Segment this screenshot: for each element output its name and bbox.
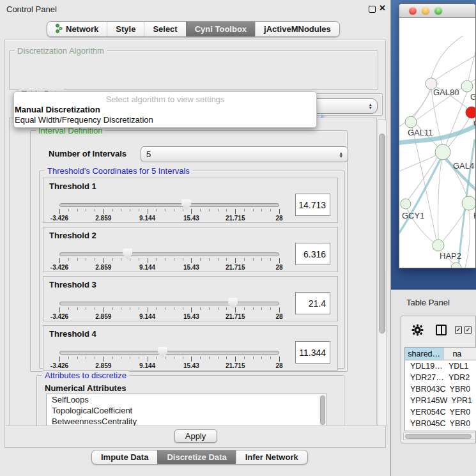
tab-infer-network[interactable]: Infer Network bbox=[236, 450, 307, 464]
table-cell[interactable]: YDL19… bbox=[405, 360, 445, 372]
network-node-gal3[interactable] bbox=[461, 81, 473, 92]
threshold-value-field[interactable]: 6.316 bbox=[295, 243, 330, 265]
gear-icon[interactable] bbox=[411, 324, 424, 339]
table-cell[interactable]: YBL0 bbox=[446, 429, 476, 431]
split-columns-icon[interactable] bbox=[436, 325, 447, 335]
threshold-row: Threshold 2 -3.4262.8599.14415.4321.7152… bbox=[43, 227, 338, 272]
threshold-value-field[interactable]: 14.713 bbox=[295, 194, 330, 216]
close-traffic-light-icon[interactable] bbox=[409, 7, 417, 15]
table-row[interactable]: YER054CYER0 bbox=[405, 406, 476, 418]
table-cell[interactable]: YER054C bbox=[405, 406, 446, 418]
zoom-traffic-light-icon[interactable] bbox=[434, 7, 442, 15]
table-cell[interactable]: YDR2 bbox=[445, 372, 476, 383]
column-header-name[interactable]: na bbox=[443, 348, 476, 360]
number-of-intervals-spinner[interactable]: 5 ▲▼ bbox=[141, 146, 348, 162]
float-window-icon[interactable] bbox=[369, 6, 376, 13]
threshold-slider[interactable]: -3.4262.8599.14415.4321.71528 bbox=[43, 178, 337, 222]
checkbox-icon[interactable]: ✓ bbox=[464, 326, 472, 334]
attributes-group: Attributes to discretize Numerical Attri… bbox=[36, 375, 344, 426]
slider-scale-label: 2.859 bbox=[95, 215, 111, 222]
threshold-slider[interactable]: -3.4262.8599.14415.4321.71528 bbox=[43, 227, 337, 272]
number-of-intervals-value: 5 bbox=[146, 150, 151, 159]
network-node-hap2[interactable] bbox=[433, 240, 444, 251]
network-canvas[interactable]: GAL80GAL3CGAL11GAL4GCY1HHAP2 bbox=[399, 18, 476, 268]
numerical-attributes-list[interactable]: SelfLoopsTopologicalCoefficientBetweenne… bbox=[46, 394, 327, 426]
slider-scale-labels: -3.4262.8599.14415.4321.71528 bbox=[59, 215, 279, 222]
table-header-row: shared… na bbox=[405, 348, 476, 360]
table-row[interactable]: YDR27…YDR2 bbox=[405, 372, 476, 383]
tab-impute-data[interactable]: Impute Data bbox=[92, 450, 157, 464]
slider-scale-labels: -3.4262.8599.14415.4321.71528 bbox=[59, 264, 279, 272]
column-header-shared-name[interactable]: shared… bbox=[405, 348, 443, 360]
main-scrollbar[interactable] bbox=[378, 119, 387, 426]
slider-track[interactable] bbox=[59, 203, 279, 207]
table-cell[interactable]: YPR1 bbox=[447, 395, 476, 406]
slider-scale-label: 21.715 bbox=[226, 264, 245, 271]
algorithm-option-manual[interactable]: Manual Discretization bbox=[14, 104, 316, 114]
network-node-gcy1[interactable] bbox=[401, 199, 411, 209]
threshold-slider[interactable]: -3.4262.8599.14415.4321.71528 bbox=[43, 277, 337, 321]
tab-network[interactable]: Network bbox=[47, 22, 107, 36]
apply-button[interactable]: Apply bbox=[174, 429, 217, 443]
table-cell[interactable]: YBR0 bbox=[446, 418, 476, 429]
threshold-value-field[interactable]: 11.344 bbox=[295, 341, 330, 364]
network-node-gal4[interactable] bbox=[435, 144, 450, 160]
table-row[interactable]: YPR145WYPR1 bbox=[405, 395, 476, 406]
table-hscrollbar-thumb[interactable] bbox=[405, 434, 472, 439]
checkbox-icon[interactable]: ✓ bbox=[455, 326, 462, 334]
discretization-algorithm-group-title: Discretization Algorithm bbox=[15, 46, 107, 56]
tab-style[interactable]: Style bbox=[107, 22, 144, 36]
close-icon[interactable]: ✕ bbox=[379, 3, 386, 13]
threshold-slider[interactable]: -3.4262.8599.14415.4321.71528 bbox=[43, 326, 337, 370]
network-node-label: GAL3 bbox=[470, 92, 476, 102]
table-cell[interactable]: YER0 bbox=[446, 406, 476, 418]
bottom-tab-bar: Impute Data Discretize Data Infer Networ… bbox=[91, 450, 308, 464]
table-rows: YDL19…YDL1YDR27…YDR2YBR043CYBR0YPR145WYP… bbox=[405, 360, 476, 431]
threshold-value-field[interactable]: 21.4 bbox=[295, 292, 330, 314]
network-node[interactable] bbox=[466, 107, 476, 118]
network-node-gal11[interactable] bbox=[405, 116, 417, 128]
network-window-titlebar[interactable] bbox=[399, 4, 475, 18]
slider-scale-label: 2.859 bbox=[95, 264, 111, 271]
minimize-traffic-light-icon[interactable] bbox=[422, 7, 429, 15]
table-cell[interactable]: YBR045C bbox=[405, 418, 446, 429]
node-attribute-table[interactable]: shared… na YDL19…YDL1YDR27…YDR2YBR043CYB… bbox=[404, 347, 476, 431]
algorithm-option-equal-width[interactable]: Equal Width/Frequency Discretization bbox=[14, 114, 316, 125]
slider-scale-label: -3.426 bbox=[50, 313, 68, 320]
control-panel-title: Control Panel bbox=[6, 4, 57, 14]
table-cell[interactable]: YDL1 bbox=[445, 360, 476, 372]
network-node-label: HAP2 bbox=[440, 251, 461, 261]
table-toolbar: ✓ ✓ bbox=[401, 316, 475, 343]
table-cell[interactable]: YBL079W bbox=[405, 429, 446, 431]
slider-track[interactable] bbox=[59, 351, 279, 355]
table-row[interactable]: YBR045CYBR0 bbox=[405, 418, 476, 429]
attributes-list-scrollbar[interactable] bbox=[319, 395, 326, 426]
numerical-attributes-label: Numerical Attributes bbox=[45, 383, 126, 393]
attributes-scrollbar-thumb[interactable] bbox=[320, 395, 325, 425]
main-scrollbar-thumb[interactable] bbox=[379, 134, 385, 334]
attribute-list-item[interactable]: BetweennessCentrality bbox=[47, 416, 326, 426]
table-panel: Table Panel bbox=[391, 289, 476, 476]
attribute-list-item[interactable]: TopologicalCoefficient bbox=[47, 405, 326, 416]
tab-select[interactable]: Select bbox=[144, 22, 185, 36]
table-cell[interactable]: YDR27… bbox=[405, 372, 445, 383]
network-node-h[interactable] bbox=[462, 196, 476, 210]
network-node-label: C bbox=[473, 118, 476, 128]
network-node-label: GCY1 bbox=[402, 211, 424, 220]
control-panel-window: Control Panel ✕ Network Style Select Cyn… bbox=[0, 0, 391, 476]
tab-cyni-toolbox[interactable]: Cyni Toolbox bbox=[186, 22, 255, 36]
table-cell[interactable]: YBR0 bbox=[446, 383, 476, 395]
table-row[interactable]: YBR043CYBR0 bbox=[405, 383, 476, 395]
tab-discretize-data[interactable]: Discretize Data bbox=[157, 450, 235, 464]
slider-ticks bbox=[59, 357, 279, 362]
table-row[interactable]: YBL079WYBL0 bbox=[405, 429, 476, 431]
table-cell[interactable]: YPR145W bbox=[405, 395, 447, 406]
slider-track[interactable] bbox=[59, 302, 279, 305]
slider-track[interactable] bbox=[59, 252, 279, 256]
table-row[interactable]: YDL19…YDL1 bbox=[405, 360, 476, 372]
table-cell[interactable]: YBR043C bbox=[405, 383, 446, 395]
network-node[interactable] bbox=[451, 263, 461, 268]
attribute-list-item[interactable]: SelfLoops bbox=[47, 394, 326, 405]
tab-jactivemnodules[interactable]: jActiveMNodules bbox=[255, 22, 339, 36]
table-horizontal-scrollbar[interactable] bbox=[403, 433, 475, 440]
